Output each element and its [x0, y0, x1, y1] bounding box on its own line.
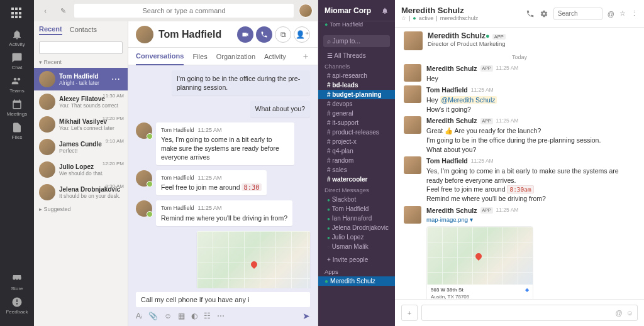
tab-recent[interactable]: Recent: [39, 25, 62, 35]
channels-header[interactable]: Channels: [318, 60, 395, 71]
teams-column: ‹ ✎ Recent Contacts ▾ Recent Tom Hadfiel…: [34, 0, 318, 326]
channel-item[interactable]: # api-research: [318, 71, 395, 80]
chat-item[interactable]: Tom HadfieldAlright - talk later ⋯: [34, 68, 128, 90]
back-icon[interactable]: ‹: [39, 4, 52, 17]
section-recent[interactable]: ▾ Recent: [34, 57, 128, 68]
command-search-input[interactable]: [74, 4, 294, 18]
star-view-icon[interactable]: ☆: [619, 9, 626, 18]
rail-meetings[interactable]: Meetings: [7, 99, 27, 117]
chat-item[interactable]: Jelena DrobnjakovicIt should be on your …: [34, 181, 128, 204]
send-button[interactable]: ➤: [303, 311, 310, 321]
all-threads-link[interactable]: ☰ All Threads: [318, 51, 395, 60]
compose-input[interactable]: Call my cell phone if you have any i: [136, 292, 310, 307]
star-icon[interactable]: ☆: [401, 15, 406, 21]
attach-icon[interactable]: 📎: [148, 312, 158, 320]
channel-title: Meredith Schulz: [401, 6, 526, 15]
chat-item[interactable]: James CundlePerfect! 9:10 AM: [34, 136, 128, 158]
emoji-picker-icon[interactable]: ☺: [626, 309, 633, 317]
message-row: Tom Hadfield11:25 AMFeel free to join me…: [136, 170, 310, 195]
dm-item[interactable]: ●Jelena Drodnjakovic: [318, 223, 395, 232]
sender-avatar: [136, 170, 152, 187]
my-message: What about you?: [250, 101, 310, 117]
rail-chat[interactable]: Chat: [7, 52, 27, 70]
audio-call-button[interactable]: [256, 26, 272, 43]
app-item[interactable]: ●Meredith Schulz: [318, 276, 395, 286]
my-message: I'm going to be in the office during the…: [172, 70, 310, 95]
chat-item[interactable]: Mikhail VasilyevYou: Let's connect later…: [34, 113, 128, 136]
channel-item[interactable]: # q4-plan: [318, 146, 395, 156]
mention-icon[interactable]: @: [616, 309, 623, 317]
chat-item[interactable]: Julio LopezWe should do that. 12:20 PM: [34, 158, 128, 181]
jump-to-input[interactable]: ⌕ Jump to...: [323, 35, 390, 47]
msg-avatar: [404, 64, 421, 82]
notifications-icon[interactable]: [381, 7, 389, 14]
dm-item[interactable]: ●Julio Lopez: [318, 232, 395, 242]
channel-item[interactable]: # project-x: [318, 137, 395, 146]
new-icon[interactable]: ✎: [57, 4, 69, 17]
mentions-icon[interactable]: @: [608, 10, 614, 18]
sender-avatar: [136, 122, 152, 139]
dm-item[interactable]: ○Usman Malik: [318, 242, 395, 251]
chatlist-tabs: Recent Contacts: [34, 21, 128, 39]
channel-item[interactable]: # general: [318, 109, 395, 118]
rail-activity[interactable]: Activity: [7, 29, 27, 47]
channel-item[interactable]: # sales: [318, 165, 395, 175]
map-attachment[interactable]: 503 W 38th StAustin, TX 78705: [197, 231, 310, 288]
slack-org-header[interactable]: Miomar Corp: [318, 0, 395, 21]
dms-header[interactable]: Direct Messages: [318, 184, 395, 195]
channel-item[interactable]: # bd-leads: [318, 80, 395, 90]
compose-plus-button[interactable]: +: [401, 305, 418, 321]
channel-item[interactable]: # devops: [318, 99, 395, 109]
slack-message-input[interactable]: @ ☺: [421, 305, 638, 321]
more-icon[interactable]: ⋯: [217, 312, 225, 320]
invite-people-link[interactable]: + Invite people: [318, 255, 395, 264]
me-avatar[interactable]: [299, 4, 313, 18]
emoji-icon[interactable]: ☺: [164, 312, 172, 320]
channel-item[interactable]: # watercooler: [318, 175, 395, 184]
map-pin-icon: [250, 260, 258, 269]
channel-item[interactable]: # budget-planning: [318, 90, 395, 99]
gear-icon[interactable]: [540, 9, 548, 18]
gif-icon[interactable]: ▦: [178, 312, 185, 320]
dm-item[interactable]: ●Slackbot: [318, 195, 395, 204]
rail-feedback[interactable]: Feedback: [6, 296, 28, 315]
section-suggested[interactable]: ▸ Suggested: [34, 204, 128, 215]
add-tab-button[interactable]: ＋: [301, 51, 310, 62]
conversation-header: Tom Hadfield ⧉ 👤⁺: [128, 21, 318, 48]
messages-scroll[interactable]: I'm going to be in the office during the…: [128, 65, 318, 288]
slack-current-user: ●Tom Hadfield: [318, 21, 395, 31]
tab-organization[interactable]: Organization: [216, 48, 255, 65]
channel-scroll[interactable]: Meredith Schulz●APP Director of Product …: [395, 28, 644, 299]
more-actions-icon[interactable]: ⋮: [631, 9, 638, 18]
add-people-button[interactable]: 👤⁺: [294, 26, 310, 43]
dm-item[interactable]: ●Tom Hadfield: [318, 204, 395, 214]
tab-files[interactable]: Files: [192, 48, 207, 65]
apps-header[interactable]: Apps: [318, 264, 395, 276]
sticker-icon[interactable]: ◐: [191, 312, 197, 320]
chatlist-filter-input[interactable]: [39, 41, 123, 54]
rail-files[interactable]: Files: [7, 122, 27, 140]
tab-contacts[interactable]: Contacts: [70, 26, 97, 35]
meeting-icon[interactable]: ☷: [204, 312, 211, 320]
channel-search-input[interactable]: [553, 8, 602, 20]
date-divider: Today: [404, 54, 635, 60]
message-row: Tom Hadfield11:25 AMYes, I'm going to co…: [136, 122, 310, 166]
channel-item[interactable]: # product-releases: [318, 128, 395, 137]
screenshare-button[interactable]: ⧉: [275, 26, 291, 43]
message-row: Tom Hadfield11:25 AMRemind me where you'…: [136, 200, 310, 225]
chat-item[interactable]: Alexey FilatoveYou: That sounds correct …: [34, 90, 128, 113]
map-attachment[interactable]: 503 W 38th StAustin, TX 78705◆: [426, 226, 533, 299]
video-call-button[interactable]: [237, 26, 253, 43]
waffle-icon[interactable]: [11, 8, 23, 19]
dm-item[interactable]: ●Ian Hannaford: [318, 214, 395, 223]
tab-activity[interactable]: Activity: [264, 48, 286, 65]
format-icon[interactable]: Aᵢ: [136, 312, 142, 320]
channel-item[interactable]: # random: [318, 156, 395, 165]
rail-teams[interactable]: Teams: [7, 75, 27, 94]
channel-item[interactable]: # it-support: [318, 118, 395, 128]
profile-summary: Meredith Schulz●APP Director of Product …: [404, 31, 635, 50]
tab-conversations[interactable]: Conversations: [136, 48, 184, 65]
conversation-tabs: Conversations Files Organization Activit…: [128, 48, 318, 65]
phone-icon[interactable]: [526, 9, 535, 18]
rail-store[interactable]: Store: [6, 273, 28, 291]
